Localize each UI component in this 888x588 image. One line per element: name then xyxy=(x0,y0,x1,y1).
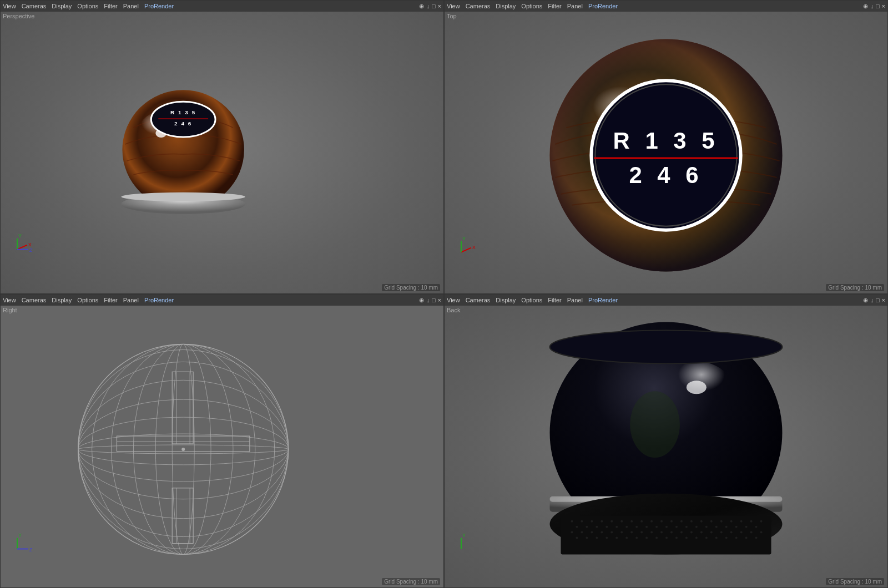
menu-panel-tr[interactable]: Panel xyxy=(567,3,583,9)
menu-options-bl[interactable]: Options xyxy=(77,297,98,303)
svg-point-55 xyxy=(655,526,658,528)
menubar-perspective: View Cameras Display Options Filter Pane… xyxy=(1,1,443,12)
grid-spacing-tl: Grid Spacing : 10 mm xyxy=(382,284,440,291)
icon-close-tr: × xyxy=(882,3,885,10)
svg-point-27 xyxy=(571,520,573,523)
menu-cameras[interactable]: Cameras xyxy=(22,3,47,9)
svg-point-62 xyxy=(725,526,728,528)
svg-point-100 xyxy=(715,537,718,539)
back-canvas: Y xyxy=(445,306,887,587)
menu-cameras-tr[interactable]: Cameras xyxy=(466,3,491,9)
axis-indicator-tr: X Y xyxy=(461,236,476,252)
knob-specular-back xyxy=(687,381,707,394)
svg-point-85 xyxy=(760,531,763,534)
svg-point-79 xyxy=(700,531,703,534)
perspective-svg: R 1 3 5 2 4 6 X Y Z xyxy=(1,12,443,293)
menu-filter-bl[interactable]: Filter xyxy=(104,297,117,303)
menu-prorender-tr[interactable]: ProRender xyxy=(588,3,618,9)
menu-filter-br[interactable]: Filter xyxy=(548,297,561,303)
icon-expand: □ xyxy=(432,3,436,10)
svg-point-88 xyxy=(596,537,598,539)
menu-prorender-bl[interactable]: ProRender xyxy=(144,297,174,303)
menu-prorender[interactable]: ProRender xyxy=(144,3,174,9)
svg-point-35 xyxy=(650,520,653,523)
menu-filter-tr[interactable]: Filter xyxy=(548,3,561,9)
svg-point-50 xyxy=(606,526,608,528)
svg-point-45 xyxy=(750,520,753,523)
svg-point-103 xyxy=(745,537,748,539)
svg-point-64 xyxy=(745,526,748,528)
icon-lock: ⊕ xyxy=(419,3,424,10)
menu-panel[interactable]: Panel xyxy=(123,3,139,9)
svg-text:Y: Y xyxy=(18,233,22,239)
svg-point-43 xyxy=(730,520,733,523)
icon-download-tr: ↓ xyxy=(870,3,874,10)
svg-point-60 xyxy=(705,526,708,528)
svg-point-59 xyxy=(695,526,698,528)
viewport-icons-bl: ⊕ ↓ □ × xyxy=(419,297,441,304)
menu-options[interactable]: Options xyxy=(77,3,98,9)
svg-point-47 xyxy=(576,526,578,528)
svg-point-99 xyxy=(705,537,708,539)
menu-cameras-bl[interactable]: Cameras xyxy=(22,297,47,303)
grid-spacing-tr: Grid Spacing : 10 mm xyxy=(826,284,884,291)
axis-indicator-br: Y xyxy=(461,533,466,549)
svg-line-6 xyxy=(461,248,471,252)
svg-point-53 xyxy=(635,526,638,528)
svg-point-32 xyxy=(620,520,623,523)
viewport-perspective[interactable]: View Cameras Display Options Filter Pane… xyxy=(0,0,444,294)
icon-close-br: × xyxy=(882,297,885,304)
menu-filter[interactable]: Filter xyxy=(104,3,117,9)
svg-point-33 xyxy=(630,520,633,523)
svg-point-65 xyxy=(755,526,758,528)
svg-point-91 xyxy=(625,537,628,539)
menu-options-tr[interactable]: Options xyxy=(521,3,542,9)
svg-point-29 xyxy=(591,520,593,523)
svg-point-75 xyxy=(660,531,663,534)
icon-download: ↓ xyxy=(426,3,430,10)
viewport-back[interactable]: View Cameras Display Options Filter Pane… xyxy=(444,294,888,588)
back-label: Back xyxy=(447,307,460,313)
right-canvas: Y Z xyxy=(1,306,443,587)
menu-prorender-br[interactable]: ProRender xyxy=(588,297,618,303)
menu-cameras-br[interactable]: Cameras xyxy=(466,297,491,303)
svg-point-101 xyxy=(725,537,728,539)
menu-view-tr[interactable]: View xyxy=(447,3,460,9)
svg-point-81 xyxy=(720,531,723,534)
viewport-right[interactable]: View Cameras Display Options Filter Pane… xyxy=(0,294,444,588)
svg-point-28 xyxy=(581,520,583,523)
env-tree-reflect xyxy=(630,391,680,458)
top-canvas: R 1 3 5 2 4 6 X Y xyxy=(445,12,887,293)
center-dot xyxy=(181,448,185,451)
svg-point-42 xyxy=(720,520,723,523)
viewport-icons: ⊕ ↓ □ × xyxy=(419,3,441,10)
svg-point-39 xyxy=(690,520,693,523)
icon-close-bl: × xyxy=(438,297,441,304)
svg-point-46 xyxy=(760,520,763,523)
menu-display-bl[interactable]: Display xyxy=(52,297,72,303)
svg-point-61 xyxy=(715,526,718,528)
svg-line-0 xyxy=(17,245,27,250)
svg-point-54 xyxy=(645,526,648,528)
menu-options-br[interactable]: Options xyxy=(521,297,542,303)
svg-point-78 xyxy=(690,531,693,534)
menu-view[interactable]: View xyxy=(3,3,16,9)
menu-view-bl[interactable]: View xyxy=(3,297,16,303)
icon-lock-br: ⊕ xyxy=(863,297,868,304)
svg-text:Z: Z xyxy=(29,247,33,253)
viewport-icons-tr: ⊕ ↓ □ × xyxy=(863,3,885,10)
menu-display-tr[interactable]: Display xyxy=(496,3,516,9)
svg-point-84 xyxy=(750,531,753,534)
icon-close: × xyxy=(438,3,441,10)
svg-point-38 xyxy=(680,520,683,523)
menu-display[interactable]: Display xyxy=(52,3,72,9)
viewport-top[interactable]: View Cameras Display Options Filter Pane… xyxy=(444,0,888,294)
svg-point-74 xyxy=(650,531,653,534)
svg-point-77 xyxy=(680,531,683,534)
svg-point-58 xyxy=(685,526,688,528)
menu-view-br[interactable]: View xyxy=(447,297,460,303)
right-label: Right xyxy=(3,307,17,313)
menu-display-br[interactable]: Display xyxy=(496,297,516,303)
menu-panel-bl[interactable]: Panel xyxy=(123,297,139,303)
menu-panel-br[interactable]: Panel xyxy=(567,297,583,303)
